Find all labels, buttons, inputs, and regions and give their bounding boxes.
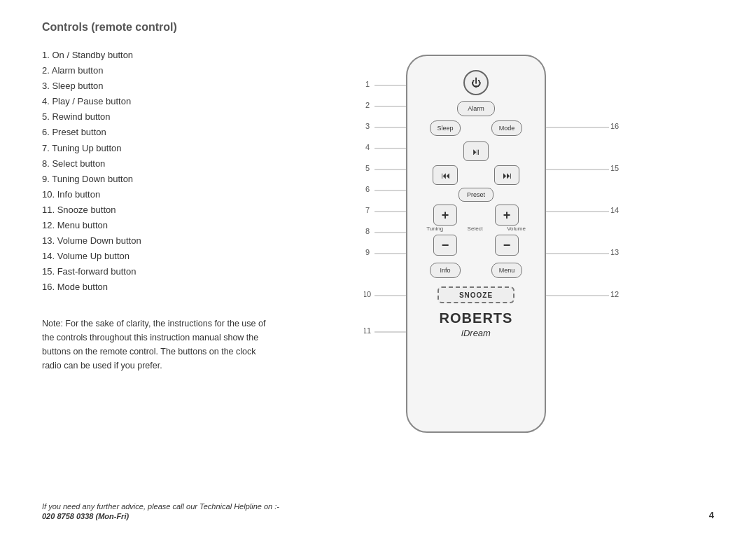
sleep-button[interactable]: Sleep [430,120,461,136]
button-list-item-2: 2. Alarm button [42,63,280,78]
svg-text:16: 16 [610,122,619,130]
button-list-item-13: 13. Volume Down button [42,233,280,249]
button-list-item-15: 15. Fast-forward button [42,264,280,279]
play-pause-row: ⏯ [414,141,538,161]
svg-text:8: 8 [365,227,370,235]
button-list-item-9: 9. Tuning Down button [42,172,280,187]
svg-text:1: 1 [365,80,370,88]
fast-forward-button[interactable]: ⏭ [494,165,519,185]
snooze-button[interactable]: SNOOZE [438,286,514,303]
page-number: 4 [709,510,714,520]
brand-sub: iDream [461,328,491,338]
tuning-down-button[interactable]: − [433,235,457,256]
button-list-item-12: 12. Menu button [42,218,280,233]
button-list-item-8: 8. Select button [42,156,280,172]
svg-text:14: 14 [610,206,619,214]
helpline-label: If you need any further advice, please c… [42,502,279,511]
select-label: Select [468,226,483,232]
preset-button[interactable]: Preset [458,188,493,202]
right-panel: 1 2 3 4 5 6 [280,48,714,447]
svg-text:3: 3 [365,122,370,130]
plus-row: + + [414,205,538,226]
button-list-item-14: 14. Volume Up button [42,249,280,264]
note-text: Note: For the sake of clarity, the instr… [42,317,266,373]
svg-text:9: 9 [365,248,370,256]
sleep-mode-row: Sleep Mode [414,120,538,136]
remote-inner: ⏻ Alarm Sleep Mode ⏯ [414,70,538,338]
svg-text:7: 7 [365,206,370,214]
volume-down-button[interactable]: − [495,235,519,256]
svg-text:6: 6 [365,185,370,193]
button-list-item-5: 5. Rewind button [42,109,280,125]
info-button[interactable]: Info [430,263,461,278]
preset-row: Preset [414,188,538,202]
page-title: Controls (remote control) [42,21,714,34]
svg-text:15: 15 [610,164,619,172]
alarm-button[interactable]: Alarm [457,101,495,116]
power-button[interactable]: ⏻ [463,70,489,95]
button-list-item-4: 4. Play / Pause button [42,94,280,109]
remote-body: ⏻ Alarm Sleep Mode ⏯ [406,55,546,433]
svg-text:11: 11 [364,326,371,335]
info-menu-row: Info Menu [414,263,538,278]
button-list-item-10: 10. Info button [42,187,280,202]
volume-up-button[interactable]: + [495,205,519,226]
button-list-item-16: 16. Mode button [42,279,280,295]
mode-button[interactable]: Mode [491,120,522,136]
button-list-item-7: 7. Tuning Up button [42,141,280,156]
button-list-item-3: 3. Sleep button [42,78,280,94]
button-list-item-6: 6. Preset button [42,125,280,140]
button-list-item-1: 1. On / Standby button [42,48,280,63]
content-area: 1. On / Standby button2. Alarm button3. … [42,48,714,447]
left-panel: 1. On / Standby button2. Alarm button3. … [42,48,280,447]
menu-button[interactable]: Menu [491,263,522,278]
brand-name: ROBERTS [440,310,513,326]
power-row: ⏻ [414,70,538,95]
remote-wrapper: 1 2 3 4 5 6 [364,55,630,447]
svg-text:2: 2 [365,101,370,109]
helpline-number: 020 8758 0338 (Mon-Fri) [42,512,279,520]
page: Controls (remote control) 1. On / Standb… [0,0,756,533]
play-pause-button[interactable]: ⏯ [463,141,489,161]
rewind-ff-row: ⏮ ⏭ [414,165,538,185]
button-list: 1. On / Standby button2. Alarm button3. … [42,48,280,296]
svg-text:12: 12 [610,290,619,298]
button-list-item-11: 11. Snooze button [42,202,280,218]
brand-area: ROBERTS iDream [440,310,513,338]
tsv-labels: Tuning Select Volume [414,226,538,232]
tuning-up-button[interactable]: + [433,205,457,226]
svg-text:5: 5 [365,164,370,172]
svg-text:13: 13 [610,248,619,256]
footer: If you need any further advice, please c… [42,502,714,520]
minus-row: − − [414,235,538,256]
snooze-row: SNOOZE [414,286,538,303]
alarm-row: Alarm [414,101,538,116]
rewind-button[interactable]: ⏮ [433,165,458,185]
tuning-label: Tuning [426,226,443,232]
volume-label: Volume [507,226,526,232]
footer-left: If you need any further advice, please c… [42,502,279,520]
svg-text:4: 4 [365,143,370,151]
svg-text:10: 10 [364,290,371,298]
